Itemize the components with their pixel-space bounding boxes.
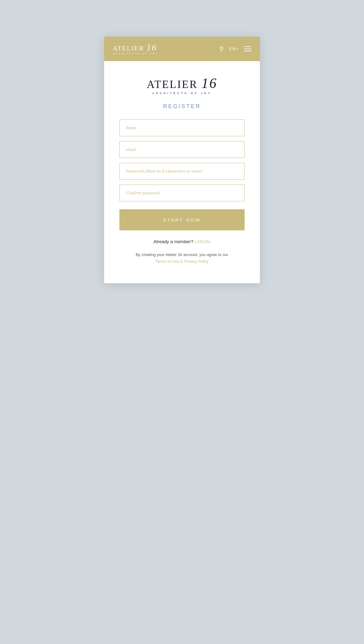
- nav-logo-sub: ARCHITECTS OF JOY: [113, 53, 158, 55]
- brand-title: ATELIER 16: [119, 76, 245, 90]
- nav-bar: ATELIER 16 ARCHITECTS OF JOY ⚲ EN ▾: [104, 37, 260, 61]
- email-input[interactable]: [119, 141, 245, 158]
- confirm-password-input[interactable]: [119, 185, 245, 201]
- nav-logo-number: 16: [147, 42, 157, 52]
- phone-container: ATELIER 16 ARCHITECTS OF JOY ⚲ EN ▾ ATEL…: [104, 37, 260, 283]
- password-input[interactable]: [119, 163, 245, 180]
- register-title: REGISTER: [119, 103, 245, 110]
- nav-logo-main: ATELIER: [113, 44, 147, 52]
- search-icon[interactable]: ⚲: [219, 45, 224, 53]
- already-member-text: Already a member? LOGIN: [119, 239, 245, 244]
- main-content: ATELIER 16 ARCHITECTS OF JOY REGISTER ST…: [104, 61, 260, 283]
- terms-link[interactable]: Terms of Use & Privacy Policy: [155, 259, 208, 264]
- register-form: START NOW: [119, 119, 245, 239]
- brand-logo: ATELIER 16 ARCHITECTS OF JOY: [119, 76, 245, 95]
- brand-number: 16: [201, 75, 217, 91]
- nav-logo: ATELIER 16 ARCHITECTS OF JOY: [113, 43, 158, 55]
- language-selector[interactable]: EN ▾: [229, 46, 238, 51]
- brand-subtitle: ARCHITECTS OF JOY: [119, 92, 245, 95]
- terms-text: By creating your Atelier 16 account, you…: [119, 251, 245, 265]
- nav-right: ⚲ EN ▾: [219, 45, 251, 53]
- login-link[interactable]: LOGIN: [195, 239, 211, 244]
- name-input[interactable]: [119, 119, 245, 136]
- hamburger-menu-icon[interactable]: [244, 46, 251, 51]
- start-now-button[interactable]: START NOW: [119, 209, 245, 230]
- chevron-down-icon: ▾: [237, 47, 238, 51]
